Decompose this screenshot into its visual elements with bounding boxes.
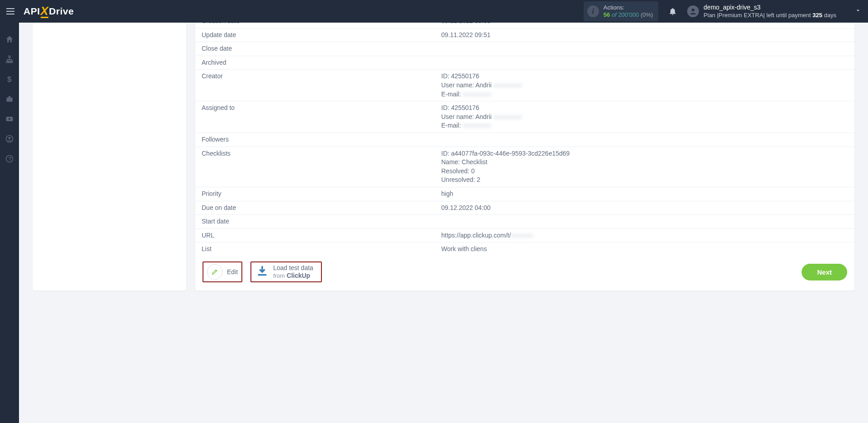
- table-row: Followers: [195, 133, 854, 147]
- load-text: Load test data from ClickUp: [273, 264, 313, 280]
- avatar-icon[interactable]: [687, 5, 699, 17]
- table-row: Creation date09.11.2022 09:00: [195, 23, 854, 28]
- actions-total: 200'000: [618, 11, 639, 18]
- load-line1: Load test data: [273, 264, 313, 271]
- row-label: Followers: [195, 133, 435, 147]
- row-value: 09.11.2022 09:00: [435, 23, 854, 28]
- table-row: URLhttps://app.clickup.com/t/xxxxxxx: [195, 228, 854, 242]
- right-panel: Creation date09.11.2022 09:00Update date…: [195, 23, 854, 290]
- download-icon: [256, 265, 269, 279]
- load-service: ClickUp: [287, 272, 310, 279]
- row-label: Close date: [195, 42, 435, 56]
- row-value: [435, 56, 854, 70]
- row-label: Priority: [195, 187, 435, 201]
- svg-text:?: ?: [9, 156, 12, 162]
- row-value: [435, 133, 854, 147]
- sidebar: $ ?: [0, 23, 19, 423]
- actions-of: of: [612, 11, 617, 18]
- logo-x-icon: X: [41, 5, 49, 18]
- account-info[interactable]: demo_apix-drive_s3 Plan |Premium EXTRA| …: [703, 4, 836, 19]
- row-label: Due on date: [195, 201, 435, 215]
- actions-text: Actions: 56 of 200'000 (0%): [604, 4, 653, 18]
- row-value: high: [435, 187, 854, 201]
- table-row: ChecklistsID: a44077fa-093c-446e-9593-3c…: [195, 147, 854, 187]
- row-value: 09.12.2022 04:00: [435, 201, 854, 215]
- load-test-data-button[interactable]: Load test data from ClickUp: [256, 264, 313, 280]
- row-label: Assigned to: [195, 101, 435, 133]
- row-label: List: [195, 242, 435, 254]
- table-row: Update date09.11.2022 09:51: [195, 28, 854, 42]
- logo[interactable]: APIXDrive: [24, 5, 74, 18]
- menu-toggle[interactable]: [6, 6, 16, 16]
- notifications-icon[interactable]: [668, 7, 677, 16]
- button-row: Edit Load test data from ClickUp: [195, 254, 854, 290]
- topbar: APIXDrive i Actions: 56 of 200'000 (0%) …: [0, 0, 868, 23]
- account-dropdown-icon[interactable]: [854, 7, 862, 16]
- sidebar-help-icon[interactable]: ?: [5, 154, 14, 164]
- actions-count: 56: [604, 11, 610, 18]
- content: Creation date09.11.2022 09:00Update date…: [19, 23, 868, 423]
- table-row: Archived: [195, 56, 854, 70]
- row-value: [435, 215, 854, 229]
- table-row: Priorityhigh: [195, 187, 854, 201]
- logo-text-drive: Drive: [49, 6, 74, 17]
- table-row: Assigned toID: 42550176User name: Andrii…: [195, 101, 854, 133]
- edit-label: Edit: [227, 268, 238, 276]
- account-name: demo_apix-drive_s3: [703, 4, 836, 12]
- actions-label: Actions:: [604, 4, 653, 11]
- row-value: ID: a44077fa-093c-446e-9593-3cd226e15d69…: [435, 147, 854, 187]
- table-row: ListWork with cliens: [195, 242, 854, 254]
- info-icon: i: [587, 5, 599, 17]
- sidebar-home-icon[interactable]: [5, 34, 14, 44]
- row-value: https://app.clickup.com/t/xxxxxxx: [435, 228, 854, 242]
- table-row: Start date: [195, 215, 854, 229]
- row-label: Update date: [195, 28, 435, 42]
- row-label: Archived: [195, 56, 435, 70]
- account-plan: Plan |Premium EXTRA| left until payment …: [703, 12, 836, 19]
- left-panel: [33, 23, 186, 290]
- row-label: Creator: [195, 70, 435, 101]
- row-label: URL: [195, 228, 435, 242]
- svg-point-0: [692, 9, 694, 11]
- row-label: Start date: [195, 215, 435, 229]
- table-row: Due on date09.12.2022 04:00: [195, 201, 854, 215]
- sidebar-account-icon[interactable]: [5, 134, 14, 144]
- pencil-icon: [207, 264, 222, 280]
- row-label: Creation date: [195, 23, 435, 28]
- logo-text-api: API: [24, 6, 40, 17]
- sidebar-briefcase-icon[interactable]: [5, 94, 14, 104]
- next-button[interactable]: Next: [802, 264, 847, 280]
- edit-highlight: Edit: [203, 261, 242, 282]
- sidebar-billing-icon[interactable]: $: [5, 74, 14, 84]
- svg-text:$: $: [7, 75, 12, 84]
- sidebar-connections-icon[interactable]: [5, 54, 14, 64]
- row-label: Checklists: [195, 147, 435, 187]
- row-value: ID: 42550176User name: Andrii xxxxxxxxxE…: [435, 70, 854, 101]
- data-table-container: Creation date09.11.2022 09:00Update date…: [195, 23, 854, 254]
- load-highlight: Load test data from ClickUp: [250, 261, 322, 282]
- data-table: Creation date09.11.2022 09:00Update date…: [195, 23, 854, 254]
- svg-point-4: [9, 137, 11, 139]
- actions-usage-box[interactable]: i Actions: 56 of 200'000 (0%): [584, 1, 659, 21]
- edit-button[interactable]: Edit: [207, 264, 238, 280]
- row-value: ID: 42550176User name: Andrii xxxxxxxxxE…: [435, 101, 854, 133]
- row-value: Work with cliens: [435, 242, 854, 254]
- table-row: Close date: [195, 42, 854, 56]
- table-row: CreatorID: 42550176User name: Andrii xxx…: [195, 70, 854, 101]
- load-from: from: [273, 272, 285, 279]
- row-value: [435, 42, 854, 56]
- actions-pct: (0%): [641, 11, 653, 18]
- sidebar-video-icon[interactable]: [5, 114, 14, 124]
- row-value: 09.11.2022 09:51: [435, 28, 854, 42]
